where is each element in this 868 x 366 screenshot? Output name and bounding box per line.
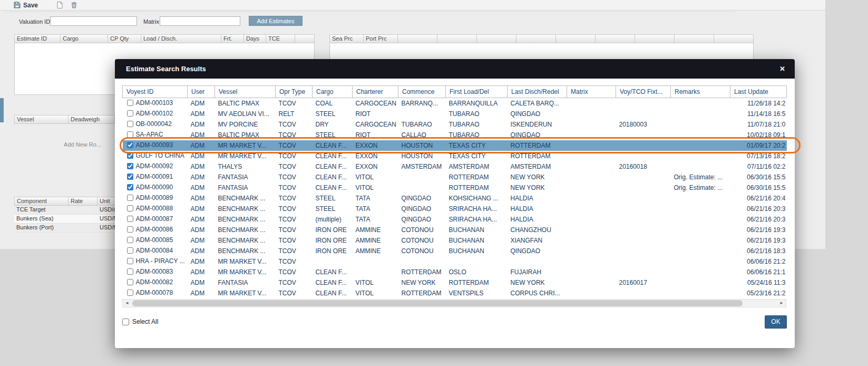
result-cell-last_update: 06/06/16 21:1 — [730, 267, 787, 277]
result-row[interactable]: ADM-000078ADMMR MARKET V...TCOVCLEAN F..… — [123, 288, 787, 298]
vessel-table-header: VesselDeadweigh — [14, 115, 115, 124]
close-icon[interactable]: ✕ — [779, 65, 785, 72]
row-checkbox[interactable] — [127, 142, 133, 148]
scrollbar-thumb[interactable] — [132, 300, 743, 306]
result-row[interactable]: ADM-000083ADMMR MARKET V...TCOVCLEAN F..… — [123, 267, 787, 277]
result-cell-vessel: BENCHMARK ... — [215, 235, 276, 246]
result-row[interactable]: HRA - PIRACY ...ADMMR MARKET V...TCOV06/… — [123, 256, 787, 267]
result-cell-voy_tco_fixt: 20180003 — [616, 119, 671, 130]
result-row[interactable]: ADM-000091ADMFANTASIATCOVCLEAN F...VITOL… — [123, 172, 787, 182]
row-checkbox[interactable] — [127, 100, 133, 106]
result-row[interactable]: ADM-000084ADMBENCHMARK ...TCOVIRON OREAM… — [123, 246, 787, 256]
row-checkbox[interactable] — [127, 237, 133, 243]
row-checkbox[interactable] — [127, 290, 133, 296]
component-row: Bunkers (Sea)USD/M — [14, 215, 129, 224]
result-cell-vessel: FANTASIA — [215, 182, 276, 193]
result-row[interactable]: ADM-000103ADMBALTIC PMAXTCOVCOALCARGOCEA… — [123, 98, 787, 109]
delete-icon[interactable] — [71, 2, 77, 8]
result-cell-commence — [398, 182, 446, 193]
ok-button[interactable]: OK — [765, 315, 787, 329]
row-checkbox[interactable] — [127, 247, 133, 254]
horizontal-scrollbar[interactable]: ◄ ► — [122, 299, 786, 307]
scrollbar-track[interactable] — [131, 300, 777, 306]
result-row[interactable]: ADM-000085ADMBENCHMARK ...TCOVIRON OREAM… — [123, 235, 787, 246]
result-row[interactable]: OB-0000042ADMMV PORCINETCOVDRYCARGOCEANT… — [123, 119, 787, 130]
result-cell-voy_tco_fixt — [616, 267, 671, 277]
result-cell-id: ADM-000078 — [123, 288, 188, 298]
results-col-header[interactable]: Last Update — [730, 86, 787, 98]
row-checkbox[interactable] — [127, 195, 133, 201]
select-all-control[interactable]: Select All — [122, 318, 158, 325]
result-row[interactable]: ADM-000082ADMFANTASIATCOVCLEAN F...VITOL… — [123, 277, 787, 288]
row-checkbox[interactable] — [127, 268, 133, 275]
select-all-checkbox[interactable] — [122, 319, 129, 325]
result-row-id: ADM-000091 — [136, 173, 173, 180]
result-row[interactable]: GULF TO CHINAADMMR MARKET V...TCOVCLEAN … — [123, 151, 787, 161]
result-row[interactable]: ADM-000102ADMMV AEOLIAN VI...RELTSTEELRI… — [123, 109, 787, 119]
result-cell-last_disch_redel: CALETA BARQ... — [508, 98, 567, 109]
results-col-header[interactable]: Last Disch/Redel — [508, 86, 567, 98]
result-cell-last_disch_redel: QINGDAO — [508, 130, 567, 140]
row-checkbox[interactable] — [127, 226, 133, 233]
result-row[interactable]: ADM-000088ADMBENCHMARK ...TCOVSTEELTATAQ… — [123, 204, 787, 214]
row-checkbox[interactable] — [127, 110, 133, 117]
save-button[interactable]: Save — [14, 2, 38, 9]
result-cell-voy_tco_fixt — [616, 172, 671, 182]
row-checkbox[interactable] — [127, 205, 133, 211]
result-cell-user: ADM — [188, 151, 215, 161]
row-checkbox[interactable] — [127, 131, 133, 138]
row-checkbox[interactable] — [127, 184, 133, 190]
result-cell-remarks — [671, 256, 730, 267]
result-row[interactable]: ADM-000087ADMBENCHMARK ...TCOV(multiple)… — [123, 214, 787, 225]
row-checkbox[interactable] — [127, 279, 133, 285]
result-row[interactable]: ADM-000092ADMTHALYSTCOVCLEAN F...EXXONAM… — [123, 161, 787, 172]
results-col-header[interactable]: Matrix — [567, 86, 616, 98]
result-cell-matrix — [567, 235, 616, 246]
result-cell-last_disch_redel: NEW YORK — [508, 277, 567, 288]
row-checkbox[interactable] — [127, 174, 133, 180]
result-cell-vessel: FANTASIA — [215, 277, 276, 288]
results-col-header[interactable]: Voyest ID — [123, 86, 188, 98]
result-cell-opr_type: TCOV — [276, 214, 313, 225]
component-cell-component: TCE Target — [14, 206, 69, 214]
new-document-icon[interactable] — [57, 2, 63, 8]
result-cell-last_update: 06/21/16 20:4 — [730, 193, 787, 204]
results-col-header[interactable]: Voy/TCO Fixt... — [616, 86, 671, 98]
estimates-col-header: Load / Disch. — [141, 34, 221, 43]
result-cell-first_load_del: TUBARAO — [446, 130, 508, 140]
row-checkbox[interactable] — [127, 152, 133, 159]
matrix-input[interactable] — [160, 16, 240, 26]
result-row[interactable]: SA-APACADMBALTIC PMAXTCOVSTEELRIOTCALLAO… — [123, 130, 787, 140]
results-col-header[interactable]: User — [188, 86, 215, 98]
result-row[interactable]: ADM-000093ADMMR MARKET V...TCOVCLEAN F..… — [123, 140, 787, 151]
results-col-header[interactable]: Commence — [398, 86, 446, 98]
result-cell-vessel: BENCHMARK ... — [215, 193, 276, 204]
component-cell-component: Bunkers (Port) — [14, 224, 69, 232]
results-col-header[interactable]: Remarks — [671, 86, 730, 98]
add-estimates-button[interactable]: Add Estimates — [249, 16, 303, 26]
add-new-row-link[interactable]: Add New Ro... — [14, 141, 101, 148]
result-row-id: GULF TO CHINA — [136, 152, 184, 159]
result-cell-user: ADM — [188, 161, 215, 172]
results-table: Voyest IDUserVesselOpr TypeCargoChartere… — [122, 85, 787, 298]
result-cell-cargo: COAL — [313, 98, 353, 109]
results-col-header[interactable]: Opr Type — [276, 86, 313, 98]
result-cell-opr_type: TCOV — [276, 235, 313, 246]
results-col-header[interactable]: First Load/Del — [446, 86, 508, 98]
result-cell-vessel: MR MARKET V... — [215, 140, 276, 151]
row-checkbox[interactable] — [127, 258, 133, 264]
result-cell-first_load_del: OSLO — [446, 267, 508, 277]
row-checkbox[interactable] — [127, 121, 133, 127]
scroll-right-button[interactable]: ► — [777, 300, 786, 307]
result-row[interactable]: ADM-000089ADMBENCHMARK ...TCOVSTEELTATAQ… — [123, 193, 787, 204]
results-col-header[interactable]: Cargo — [313, 86, 353, 98]
row-checkbox[interactable] — [127, 163, 133, 169]
result-cell-last_disch_redel: ISKENDERUN — [508, 119, 567, 130]
result-row[interactable]: ADM-000090ADMFANTASIATCOVCLEAN F...VITOL… — [123, 182, 787, 193]
result-row[interactable]: ADM-000086ADMBENCHMARK ...TCOVIRON OREAM… — [123, 225, 787, 235]
results-col-header[interactable]: Charterer — [353, 86, 398, 98]
valuation-id-input[interactable] — [50, 16, 137, 26]
results-col-header[interactable]: Vessel — [215, 86, 276, 98]
row-checkbox[interactable] — [127, 216, 133, 222]
scroll-left-button[interactable]: ◄ — [123, 300, 131, 307]
